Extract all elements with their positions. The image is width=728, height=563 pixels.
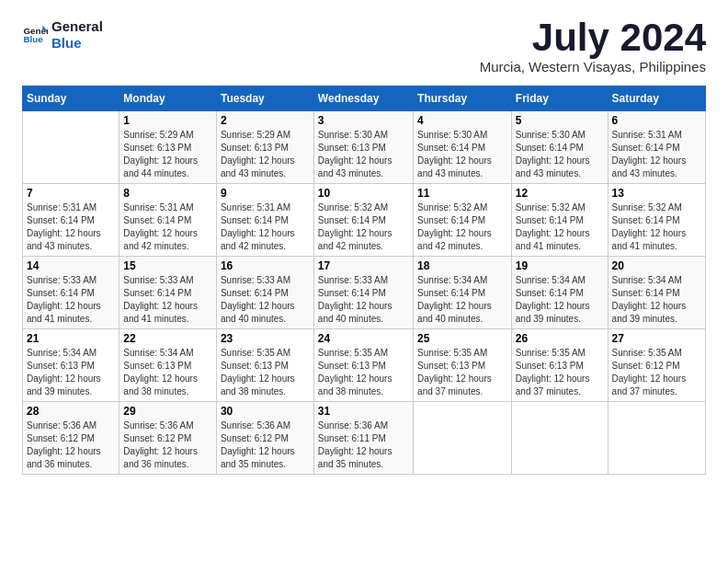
sunrise-text: Sunrise: 5:35 AM [612, 348, 682, 358]
header-saturday: Saturday [608, 86, 705, 111]
day-number: 22 [123, 332, 212, 345]
svg-text:Blue: Blue [23, 34, 43, 44]
daylight-text: Daylight: 12 hours and 39 minutes. [516, 301, 590, 324]
header: General Blue General Blue July 2024 Murc… [22, 18, 706, 75]
sunset-text: Sunset: 6:14 PM [318, 215, 386, 225]
calendar-cell: 10Sunrise: 5:32 AMSunset: 6:14 PMDayligh… [313, 184, 413, 257]
sunrise-text: Sunrise: 5:32 AM [516, 202, 586, 213]
sunset-text: Sunset: 6:14 PM [123, 215, 191, 225]
daylight-text: Daylight: 12 hours and 40 minutes. [221, 301, 295, 324]
day-info: Sunrise: 5:30 AMSunset: 6:13 PMDaylight:… [318, 129, 409, 180]
sunrise-text: Sunrise: 5:30 AM [417, 130, 487, 140]
calendar-cell: 11Sunrise: 5:32 AMSunset: 6:14 PMDayligh… [414, 184, 512, 257]
calendar-cell: 18Sunrise: 5:34 AMSunset: 6:14 PMDayligh… [414, 257, 512, 329]
daylight-text: Daylight: 12 hours and 36 minutes. [123, 446, 198, 469]
sunrise-text: Sunrise: 5:34 AM [27, 348, 97, 358]
calendar-cell: 22Sunrise: 5:34 AMSunset: 6:13 PMDayligh… [119, 329, 217, 402]
sunrise-text: Sunrise: 5:33 AM [123, 275, 193, 285]
day-info: Sunrise: 5:33 AMSunset: 6:14 PMDaylight:… [318, 274, 409, 326]
day-info: Sunrise: 5:31 AMSunset: 6:14 PMDaylight:… [221, 201, 310, 253]
sunrise-text: Sunrise: 5:31 AM [27, 202, 97, 213]
day-number: 25 [417, 332, 507, 345]
sunset-text: Sunset: 6:14 PM [612, 215, 680, 225]
sunset-text: Sunset: 6:11 PM [318, 433, 386, 443]
day-info: Sunrise: 5:35 AMSunset: 6:13 PMDaylight:… [221, 347, 310, 398]
sunrise-text: Sunrise: 5:32 AM [318, 202, 388, 213]
sunset-text: Sunset: 6:14 PM [417, 215, 485, 225]
calendar-cell: 5Sunrise: 5:30 AMSunset: 6:14 PMDaylight… [511, 111, 608, 184]
calendar-cell: 20Sunrise: 5:34 AMSunset: 6:14 PMDayligh… [608, 257, 705, 329]
day-info: Sunrise: 5:36 AMSunset: 6:12 PMDaylight:… [27, 419, 115, 471]
sunset-text: Sunset: 6:14 PM [27, 288, 95, 298]
daylight-text: Daylight: 12 hours and 39 minutes. [27, 373, 101, 396]
day-info: Sunrise: 5:35 AMSunset: 6:13 PMDaylight:… [417, 347, 507, 398]
day-number: 16 [221, 259, 310, 272]
calendar-header-row: SundayMondayTuesdayWednesdayThursdayFrid… [23, 86, 706, 111]
sunset-text: Sunset: 6:13 PM [516, 361, 584, 371]
header-wednesday: Wednesday [313, 86, 413, 111]
calendar-cell [511, 402, 608, 475]
sunset-text: Sunset: 6:14 PM [123, 288, 191, 298]
sunrise-text: Sunrise: 5:29 AM [221, 130, 290, 140]
calendar-cell: 17Sunrise: 5:33 AMSunset: 6:14 PMDayligh… [313, 257, 413, 329]
daylight-text: Daylight: 12 hours and 35 minutes. [221, 446, 295, 469]
sunset-text: Sunset: 6:13 PM [27, 361, 95, 371]
daylight-text: Daylight: 12 hours and 37 minutes. [516, 373, 590, 396]
sunrise-text: Sunrise: 5:35 AM [417, 348, 487, 358]
day-number: 17 [318, 259, 409, 272]
day-number: 20 [612, 259, 701, 272]
sunrise-text: Sunrise: 5:30 AM [318, 130, 388, 140]
calendar-cell: 9Sunrise: 5:31 AMSunset: 6:14 PMDaylight… [216, 184, 313, 257]
daylight-text: Daylight: 12 hours and 38 minutes. [123, 373, 198, 396]
daylight-text: Daylight: 12 hours and 42 minutes. [417, 228, 492, 251]
day-info: Sunrise: 5:32 AMSunset: 6:14 PMDaylight:… [612, 201, 701, 253]
day-info: Sunrise: 5:34 AMSunset: 6:13 PMDaylight:… [27, 347, 115, 398]
daylight-text: Daylight: 12 hours and 42 minutes. [318, 228, 392, 251]
daylight-text: Daylight: 12 hours and 43 minutes. [516, 155, 590, 178]
sunset-text: Sunset: 6:14 PM [516, 288, 584, 298]
day-info: Sunrise: 5:36 AMSunset: 6:11 PMDaylight:… [318, 419, 409, 471]
calendar-cell: 8Sunrise: 5:31 AMSunset: 6:14 PMDaylight… [119, 184, 217, 257]
sunset-text: Sunset: 6:14 PM [221, 288, 289, 298]
daylight-text: Daylight: 12 hours and 43 minutes. [318, 155, 392, 178]
header-thursday: Thursday [414, 86, 512, 111]
calendar-cell [23, 111, 119, 184]
calendar-cell: 24Sunrise: 5:35 AMSunset: 6:13 PMDayligh… [313, 329, 413, 402]
daylight-text: Daylight: 12 hours and 43 minutes. [27, 228, 101, 251]
sunrise-text: Sunrise: 5:35 AM [318, 348, 388, 358]
day-info: Sunrise: 5:33 AMSunset: 6:14 PMDaylight:… [123, 274, 212, 326]
sunrise-text: Sunrise: 5:36 AM [221, 420, 290, 431]
sunset-text: Sunset: 6:12 PM [612, 361, 680, 371]
day-info: Sunrise: 5:36 AMSunset: 6:12 PMDaylight:… [123, 419, 212, 471]
day-info: Sunrise: 5:36 AMSunset: 6:12 PMDaylight:… [221, 419, 310, 471]
day-info: Sunrise: 5:35 AMSunset: 6:13 PMDaylight:… [318, 347, 409, 398]
sunrise-text: Sunrise: 5:29 AM [123, 130, 193, 140]
calendar-cell: 15Sunrise: 5:33 AMSunset: 6:14 PMDayligh… [119, 257, 217, 329]
sunset-text: Sunset: 6:13 PM [417, 361, 485, 371]
calendar-week-row: 28Sunrise: 5:36 AMSunset: 6:12 PMDayligh… [23, 402, 706, 475]
header-tuesday: Tuesday [216, 86, 313, 111]
day-number: 30 [221, 405, 310, 418]
logo-text: General Blue [51, 18, 103, 52]
sunset-text: Sunset: 6:14 PM [27, 215, 95, 225]
day-number: 3 [318, 114, 409, 127]
day-info: Sunrise: 5:34 AMSunset: 6:14 PMDaylight:… [516, 274, 604, 326]
day-number: 29 [123, 405, 212, 418]
sunset-text: Sunset: 6:12 PM [123, 433, 191, 443]
daylight-text: Daylight: 12 hours and 39 minutes. [612, 301, 687, 324]
sunset-text: Sunset: 6:12 PM [27, 433, 95, 443]
day-info: Sunrise: 5:31 AMSunset: 6:14 PMDaylight:… [612, 129, 701, 180]
calendar-cell: 28Sunrise: 5:36 AMSunset: 6:12 PMDayligh… [23, 402, 119, 475]
calendar-week-row: 7Sunrise: 5:31 AMSunset: 6:14 PMDaylight… [23, 184, 706, 257]
sunrise-text: Sunrise: 5:36 AM [123, 420, 193, 431]
day-number: 6 [612, 114, 701, 127]
daylight-text: Daylight: 12 hours and 42 minutes. [221, 228, 295, 251]
sunrise-text: Sunrise: 5:32 AM [417, 202, 487, 213]
sunrise-text: Sunrise: 5:36 AM [27, 420, 97, 431]
calendar-cell: 30Sunrise: 5:36 AMSunset: 6:12 PMDayligh… [216, 402, 313, 475]
day-number: 27 [612, 332, 701, 345]
day-info: Sunrise: 5:30 AMSunset: 6:14 PMDaylight:… [516, 129, 604, 180]
sunrise-text: Sunrise: 5:36 AM [318, 420, 388, 431]
day-number: 23 [221, 332, 310, 345]
day-number: 4 [417, 114, 507, 127]
